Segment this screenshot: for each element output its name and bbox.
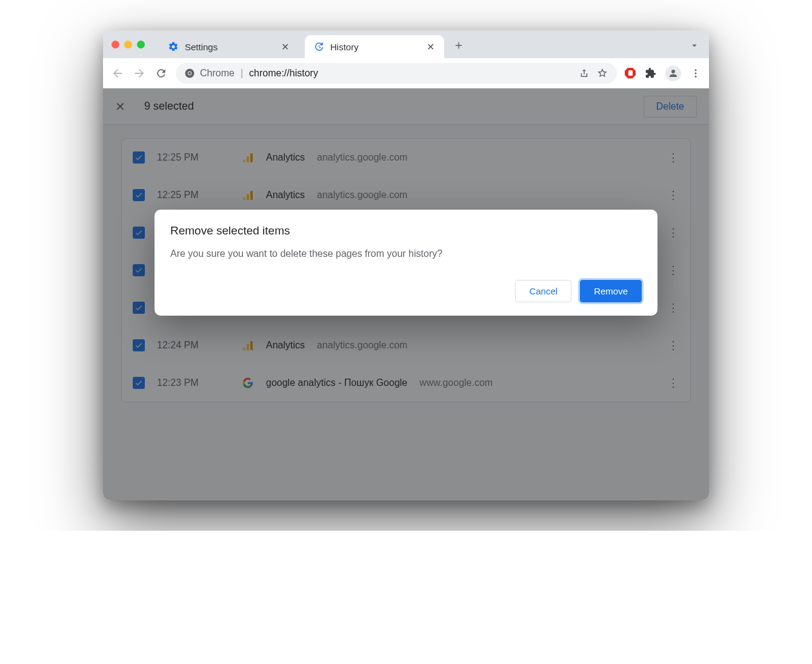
profile-icon[interactable] (665, 65, 681, 81)
titlebar: Settings ✕ History ✕ (103, 30, 709, 58)
confirm-dialog: Remove selected items Are you sure you w… (155, 210, 657, 316)
window-zoom-button[interactable] (137, 41, 145, 48)
window-controls (111, 41, 145, 48)
browser-window: Settings ✕ History ✕ (103, 30, 709, 500)
close-icon[interactable]: ✕ (425, 41, 436, 53)
tab-history[interactable]: History ✕ (305, 35, 444, 58)
svg-point-5 (695, 75, 697, 77)
share-icon[interactable] (578, 67, 590, 79)
tab-title: History (330, 42, 419, 52)
address-bar[interactable]: Chrome | chrome://history (176, 63, 617, 84)
tab-overflow-button[interactable] (686, 37, 703, 54)
url-path: chrome://history (249, 68, 318, 79)
remove-button[interactable]: Remove (580, 280, 642, 302)
gear-icon (168, 41, 179, 52)
omnibox-divider: | (241, 68, 243, 79)
tab-settings[interactable]: Settings ✕ (159, 35, 299, 58)
chrome-chip: Chrome (184, 68, 235, 79)
page-content: ✕ 9 selected Delete 12:25 PMAnalyticsana… (103, 88, 709, 500)
svg-point-2 (188, 71, 191, 75)
new-tab-button[interactable] (450, 37, 467, 54)
svg-point-4 (695, 72, 697, 74)
adblock-icon[interactable] (624, 67, 636, 79)
svg-point-3 (695, 69, 697, 71)
dialog-message: Are you sure you want to delete these pa… (170, 248, 642, 259)
chrome-icon (184, 68, 195, 79)
back-button[interactable] (110, 66, 125, 81)
star-icon[interactable] (596, 67, 608, 79)
extensions-icon[interactable] (645, 67, 657, 79)
forward-button[interactable] (132, 66, 147, 81)
reload-button[interactable] (154, 66, 168, 81)
history-icon (313, 41, 324, 52)
chrome-chip-label: Chrome (200, 68, 235, 79)
menu-icon[interactable] (690, 67, 702, 79)
tab-title: Settings (185, 42, 273, 52)
window-minimize-button[interactable] (124, 41, 132, 48)
toolbar: Chrome | chrome://history (103, 58, 709, 88)
window-close-button[interactable] (111, 41, 119, 48)
cancel-button[interactable]: Cancel (515, 280, 571, 302)
dialog-title: Remove selected items (170, 224, 642, 237)
close-icon[interactable]: ✕ (279, 41, 290, 53)
